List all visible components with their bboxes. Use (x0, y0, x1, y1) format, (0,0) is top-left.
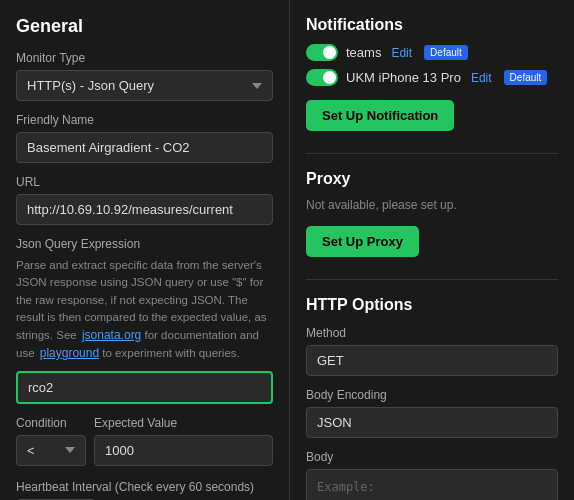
body-label: Body (306, 450, 558, 464)
condition-label: Condition (16, 416, 86, 430)
proxy-note: Not available, please set up. (306, 198, 558, 212)
monitor-type-label: Monitor Type (16, 51, 273, 65)
json-query-input[interactable] (16, 371, 273, 404)
ukm-badge: Default (504, 70, 548, 85)
body-encoding-value: JSON (306, 407, 558, 438)
url-label: URL (16, 175, 273, 189)
setup-notification-button[interactable]: Set Up Notification (306, 100, 454, 131)
json-query-description: Parse and extract specific data from the… (16, 257, 273, 363)
ukm-name: UKM iPhone 13 Pro (346, 70, 461, 85)
body-encoding-label: Body Encoding (306, 388, 558, 402)
playground-link[interactable]: playground (40, 346, 99, 360)
http-options-title: HTTP Options (306, 296, 558, 314)
friendly-name-input[interactable] (16, 132, 273, 163)
method-value: GET (306, 345, 558, 376)
body-placeholder-line1: Example: (317, 480, 375, 494)
friendly-name-label: Friendly Name (16, 113, 273, 127)
jsonata-link[interactable]: jsonata.org (82, 328, 141, 342)
general-title: General (16, 16, 273, 37)
http-options-section: HTTP Options Method GET Body Encoding JS… (306, 296, 558, 500)
notification-item-ukm: UKM iPhone 13 Pro Edit Default (306, 69, 558, 86)
json-query-label: Json Query Expression (16, 237, 273, 251)
ukm-edit-link[interactable]: Edit (471, 71, 492, 85)
proxy-title: Proxy (306, 170, 558, 188)
http-divider (306, 279, 558, 280)
condition-select[interactable]: <>=!=<=>= (16, 435, 86, 466)
teams-name: teams (346, 45, 381, 60)
proxy-divider (306, 153, 558, 154)
teams-toggle[interactable] (306, 44, 338, 61)
url-input[interactable] (16, 194, 273, 225)
notifications-section: Notifications teams Edit Default UKM iPh… (306, 16, 558, 131)
notifications-title: Notifications (306, 16, 558, 34)
setup-proxy-button[interactable]: Set Up Proxy (306, 226, 419, 257)
method-label: Method (306, 326, 558, 340)
notification-item-teams: teams Edit Default (306, 44, 558, 61)
ukm-toggle[interactable] (306, 69, 338, 86)
teams-badge: Default (424, 45, 468, 60)
body-area[interactable]: Example: { "key": "value" } (306, 469, 558, 500)
expected-value-input[interactable] (94, 435, 273, 466)
monitor-type-select[interactable]: HTTP(s) - Json QueryHTTP(s)TCP PortDNSPi… (16, 70, 273, 101)
teams-edit-link[interactable]: Edit (391, 46, 412, 60)
proxy-section: Proxy Not available, please set up. Set … (306, 170, 558, 257)
expected-value-label: Expected Value (94, 416, 273, 430)
heartbeat-label: Heartbeat Interval (Check every 60 secon… (16, 480, 273, 494)
